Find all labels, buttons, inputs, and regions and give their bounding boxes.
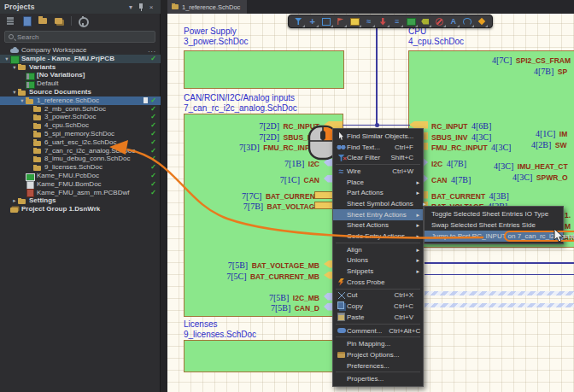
- sheet-entry-row[interactable]: I2C 4[7B]: [431, 158, 466, 167]
- panel-divider[interactable]: [161, 0, 167, 392]
- sheet-entry-row[interactable]: 7[7C] BAT_CURRENT: [242, 190, 319, 199]
- tree-item[interactable]: 5_spi_memory.SchDoc: [0, 130, 161, 138]
- submenu-item-swap-side[interactable]: Swap Selected Sheet Entries Side: [425, 219, 563, 231]
- context-menu-item[interactable]: Place: [333, 177, 423, 188]
- more-badge[interactable]: ...: [148, 46, 156, 55]
- sheet-entry-row[interactable]: 7[5B] CAN_D: [271, 302, 319, 311]
- expander-icon[interactable]: [11, 88, 18, 97]
- sheet-entry-box[interactable]: [314, 191, 333, 199]
- tree-item[interactable]: 6_uart_esc_i2c.SchDoc: [0, 138, 161, 147]
- settings-gear-icon[interactable]: [78, 16, 88, 26]
- panel-close-icon[interactable]: ×: [146, 2, 156, 12]
- context-menu-item[interactable]: Properties...: [333, 373, 423, 384]
- panel-pin-icon[interactable]: [136, 2, 146, 12]
- wire-bat-current-mb[interactable]: [425, 274, 574, 276]
- active-bar-tool-part[interactable]: [404, 16, 419, 27]
- workspace-list-icon[interactable]: [6, 16, 16, 26]
- expander-icon[interactable]: [3, 55, 10, 63]
- active-bar-tool-net-label[interactable]: [390, 16, 405, 27]
- sheet-entry-row[interactable]: CAN 4[7B]: [431, 174, 471, 183]
- sheet-entry-row[interactable]: FMU_RC_INPUT 4[3C]: [431, 142, 511, 150]
- wire-vertical[interactable]: [376, 15, 378, 126]
- active-bar-tool-directive-flag[interactable]: [334, 16, 348, 27]
- active-bar-tool-parameter[interactable]: [475, 16, 489, 27]
- bus-can-d-dimmed[interactable]: [425, 303, 574, 307]
- projects-group-icon[interactable]: [55, 16, 65, 26]
- tree-item[interactable]: Default: [0, 79, 161, 88]
- tree-item[interactable]: 8_imu_debug_conn.SchDoc: [0, 155, 161, 163]
- tree-item[interactable]: 2_mb_conn.SchDoc: [0, 105, 161, 114]
- sheet-symbol-licenses[interactable]: [184, 340, 343, 372]
- sheet-entry-row[interactable]: RC_INPUT 4[6B]: [431, 120, 491, 129]
- context-menu-item[interactable]: Pin Mapping...: [333, 338, 423, 349]
- tree-item[interactable]: Company Workspace ...: [0, 46, 161, 55]
- context-menu-item[interactable]: Comment... Ctrl+Alt+C: [333, 325, 423, 336]
- active-bar-tool-move-cross[interactable]: [306, 16, 320, 27]
- active-bar-tool-selection-rect[interactable]: [319, 16, 334, 27]
- wire-bat-voltage-mb[interactable]: [425, 262, 574, 264]
- context-menu-item[interactable]: Find Similar Objects...: [333, 131, 423, 142]
- active-bar-tool-no-erc[interactable]: [432, 16, 447, 27]
- search-input[interactable]: Search: [4, 31, 155, 43]
- context-menu-item[interactable]: Cross Probe: [333, 277, 423, 288]
- context-menu-item[interactable]: Part Actions: [333, 187, 423, 198]
- tree-item[interactable]: Variants: [0, 63, 161, 72]
- menu-item-shortcut: Ctrl+W: [392, 167, 413, 175]
- context-menu-item[interactable]: Code Entry Actions: [333, 231, 423, 242]
- tree-item[interactable]: [No Variations]: [0, 71, 161, 79]
- sheet-entry-row[interactable]: 7[5B] BAT_VOLTAGE_MB: [228, 260, 319, 268]
- context-menu-item[interactable]: Cut Ctrl+X: [333, 290, 423, 301]
- context-menu-item[interactable]: Copy Ctrl+C: [333, 301, 423, 312]
- context-menu-item[interactable]: Project Options...: [333, 349, 423, 360]
- tree-item[interactable]: 3_power.SchDoc: [0, 113, 161, 121]
- submenu-item-toggle-io-type[interactable]: Toggle Selected Sheet Entries IO Type: [425, 208, 563, 219]
- expander-icon[interactable]: [11, 196, 18, 205]
- active-bar-tool-bus[interactable]: [362, 16, 377, 27]
- tree-item[interactable]: Project Group 1.DsnWrk: [0, 205, 161, 214]
- tree-item[interactable]: 4_cpu.SchDoc: [0, 121, 161, 130]
- panel-dropdown-icon[interactable]: ▾: [126, 2, 136, 12]
- context-menu-item[interactable]: Sheet Entry Actions: [333, 209, 423, 220]
- sheet-entry-row[interactable]: BAT_CURRENT 4[3B]: [431, 190, 509, 199]
- active-bar-tool-text[interactable]: [447, 16, 461, 27]
- tree-item[interactable]: Sample - Kame_FMU.PrjPCB: [0, 55, 161, 63]
- sheet-entry-row[interactable]: SBUS_INV 4[3C]: [431, 132, 491, 140]
- submenu-item-jump-to-port[interactable]: Jump to Port RC_INPUT on 7_can_rc_i2c_an…: [425, 231, 563, 242]
- sheet-symbol-power[interactable]: [184, 50, 344, 89]
- context-menu-item[interactable]: Sheet Symbol Actions: [333, 198, 423, 209]
- active-bar-tool-net-class-tag[interactable]: [419, 16, 433, 27]
- sheet-entry-row[interactable]: 7[7B] BAT_VOLTAGE: [243, 201, 319, 209]
- tree-item[interactable]: Source Documents: [0, 88, 161, 97]
- active-bar-tool-power-port[interactable]: [376, 16, 390, 27]
- context-menu-item[interactable]: Preferences...: [333, 360, 423, 372]
- context-menu-item[interactable]: Snippets: [333, 266, 423, 277]
- sheet-entry-box[interactable]: [314, 202, 333, 209]
- context-menu-item[interactable]: Sheet Actions: [333, 220, 423, 231]
- active-bar-tool-filter[interactable]: [291, 16, 306, 27]
- active-bar-tool-sheet-symbol[interactable]: [348, 16, 362, 27]
- sheet-entry-row[interactable]: 7[5C] BAT_CURRENT_MB: [226, 271, 319, 279]
- tab-1-reference[interactable]: 1_reference.SchDoc: [167, 0, 247, 14]
- open-project-icon[interactable]: [38, 16, 49, 26]
- expander-icon[interactable]: [19, 97, 26, 105]
- sheet-entry-row[interactable]: 7[1C] CAN: [280, 174, 319, 183]
- menu-item-icon: [336, 303, 347, 309]
- tree-item[interactable]: 9_licenses.SchDoc: [0, 163, 161, 172]
- context-menu-item[interactable]: Paste Ctrl+V: [333, 312, 423, 323]
- tree-item[interactable]: 1_reference.SchDoc: [0, 97, 161, 105]
- tree-item[interactable]: 7_can_rc_i2c_analog.SchDoc: [0, 147, 161, 155]
- open-document-icon[interactable]: [22, 16, 32, 26]
- tree-item[interactable]: Settings: [0, 196, 161, 205]
- tree-item[interactable]: Kame_FMU.PcbDoc: [0, 172, 161, 180]
- active-bar-tool-arc[interactable]: [460, 16, 475, 27]
- context-menu-item[interactable]: Find Text... Ctrl+F: [333, 142, 423, 153]
- context-menu-item[interactable]: Clear Filter Shift+C: [333, 152, 423, 163]
- tree-item[interactable]: Kame_FMU.BomDoc: [0, 180, 161, 189]
- tree-item[interactable]: Kame_FMU_asm_rm.PCBDwf: [0, 189, 161, 197]
- context-menu-item[interactable]: Wire Ctrl+W: [333, 166, 423, 177]
- submenu-arrow-icon: [413, 211, 419, 219]
- context-menu-item[interactable]: Unions: [333, 255, 423, 266]
- expander-icon[interactable]: [11, 63, 18, 72]
- bus-i2c-mb-dimmed[interactable]: [425, 291, 574, 295]
- context-menu-item[interactable]: Align: [333, 244, 423, 255]
